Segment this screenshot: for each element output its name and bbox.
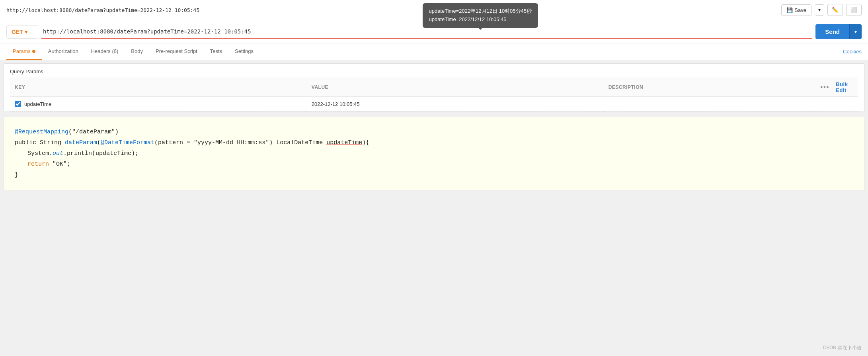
tab-prerequest[interactable]: Pre-request Script [149, 43, 204, 60]
save-label: Save [794, 7, 806, 13]
tooltip-line2: updateTime=2022/12/12 10:05:45 [429, 16, 532, 24]
param-value: 2022-12-12 10:05:45 [312, 101, 360, 107]
code-line-3: System.out.println(updateTime); [27, 148, 853, 159]
params-outer: Query Params KEY VALUE DESCRIPTION ••• [3, 63, 865, 112]
col-desc-header: DESCRIPTION [609, 84, 644, 90]
save-button[interactable]: 💾 Save [781, 4, 811, 16]
tests-label: Tests [210, 48, 222, 54]
col-value-header: VALUE [312, 84, 328, 90]
headers-label: Headers (6) [91, 48, 119, 54]
code-line-1: @RequestMapping("/dateParam") [15, 127, 853, 137]
copy-icon-button[interactable]: ⬜ [846, 4, 862, 16]
annotation-requestmapping: @RequestMapping [15, 129, 68, 135]
tab-headers[interactable]: Headers (6) [85, 43, 125, 60]
top-actions: 💾 Save ▾ ✏️ ⬜ [781, 4, 862, 16]
col-key-header: KEY [15, 84, 25, 90]
out-keyword: out [53, 150, 63, 157]
prerequest-label: Pre-request Script [156, 48, 197, 54]
key-value: updateTime [24, 101, 51, 107]
method-arrow-icon: ▾ [25, 29, 27, 35]
top-url: http://localhost:8080/dateParam?updateTi… [6, 7, 199, 13]
bulk-edit-button[interactable]: Bulk Edit [836, 81, 853, 93]
send-button[interactable]: Send [815, 24, 849, 39]
body-label: Body [131, 48, 143, 54]
code-line-4: return "OK"; [27, 159, 853, 170]
code-line-2: public String dateParam(@DateTimeFormat(… [15, 137, 853, 148]
tab-authorization[interactable]: Authorization [42, 43, 85, 60]
code-line-5: } [15, 170, 853, 180]
params-section: Query Params KEY VALUE DESCRIPTION ••• [4, 64, 864, 111]
save-arrow-button[interactable]: ▾ [815, 4, 824, 16]
tab-params[interactable]: Params [6, 43, 42, 60]
tab-tests[interactable]: Tests [204, 43, 228, 60]
tab-body[interactable]: Body [125, 43, 149, 60]
row-checkbox[interactable] [15, 101, 21, 107]
tabs-bar: Params Authorization Headers (6) Body Pr… [0, 43, 868, 60]
tooltip: updateTime=2022年12月12日 10时05分45秒 updateT… [422, 3, 538, 28]
save-icon: 💾 [786, 7, 793, 13]
edit-icon-button[interactable]: ✏️ [827, 4, 843, 16]
top-bar: http://localhost:8080/dateParam?updateTi… [0, 0, 868, 20]
settings-label: Settings [235, 48, 254, 54]
method-label: GET [12, 29, 23, 35]
method-select[interactable]: GET ▾ [6, 25, 38, 39]
key-cell: updateTime [15, 101, 302, 107]
authorization-label: Authorization [48, 48, 78, 54]
params-dot [32, 50, 35, 53]
more-options-icon[interactable]: ••• [820, 84, 829, 91]
table-row: updateTime 2022-12-12 10:05:45 [10, 97, 858, 111]
query-params-title: Query Params [10, 68, 858, 74]
send-group: Send ▾ [815, 24, 862, 39]
code-section: @RequestMapping("/dateParam") public Str… [3, 117, 865, 190]
param-datetime: updateTime [326, 139, 362, 146]
send-arrow-button[interactable]: ▾ [849, 24, 862, 39]
return-keyword: return [27, 161, 49, 168]
tab-settings[interactable]: Settings [228, 43, 260, 60]
params-table: KEY VALUE DESCRIPTION ••• Bulk Edit [10, 78, 858, 111]
params-label: Params [13, 48, 31, 54]
method-name: dateParam [65, 139, 97, 146]
annotation-datetimeformat: @DateTimeFormat [101, 139, 154, 146]
tooltip-line1: updateTime=2022年12月12日 10时05分45秒 [429, 7, 532, 16]
cookies-link[interactable]: Cookies [843, 44, 862, 59]
